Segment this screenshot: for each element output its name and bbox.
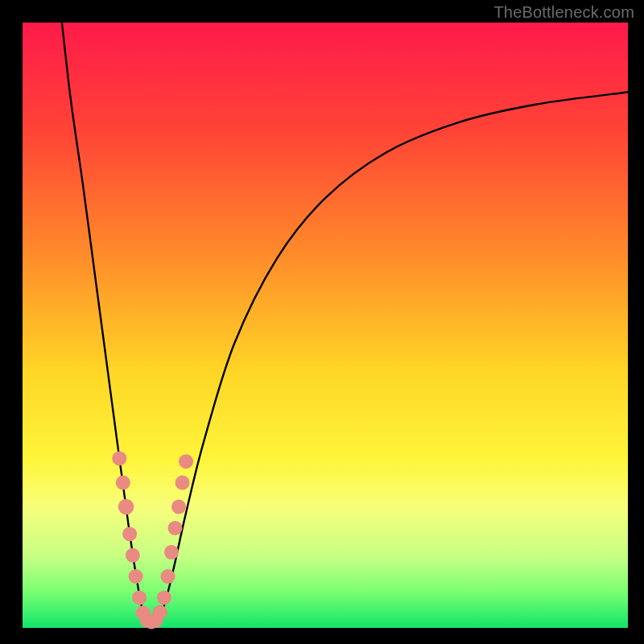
bead (112, 451, 126, 465)
bead (132, 590, 147, 605)
bead (179, 454, 193, 469)
bead (175, 475, 190, 489)
bead (153, 605, 167, 619)
bead (116, 475, 130, 489)
bead (157, 590, 171, 605)
plot-background (23, 23, 628, 628)
bead (126, 548, 140, 563)
bead (164, 545, 179, 559)
bead (129, 569, 143, 584)
chart-frame: TheBottleneck.com (0, 0, 644, 644)
bead (118, 499, 134, 515)
watermark-text: TheBottleneck.com (493, 3, 634, 22)
bead (167, 521, 182, 535)
bead (160, 569, 175, 584)
bead (122, 526, 137, 541)
bead (171, 500, 186, 514)
bottleneck-chart (0, 0, 644, 644)
